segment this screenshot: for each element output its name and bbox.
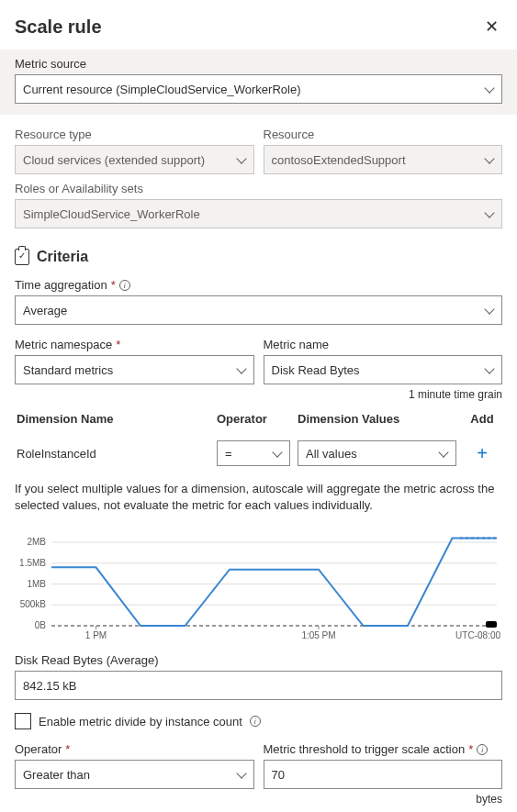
svg-text:1:05 PM: 1:05 PM	[301, 630, 335, 640]
required-indicator: *	[116, 338, 120, 351]
svg-text:1MB: 1MB	[27, 579, 46, 589]
page-title: Scale rule	[15, 17, 102, 38]
dim-head-add: Add	[464, 412, 500, 426]
chevron-down-icon	[485, 84, 494, 94]
dim-op-select[interactable]: =	[217, 440, 290, 466]
metric-name-value: Disk Read Bytes	[272, 363, 360, 377]
svg-text:1.5MB: 1.5MB	[19, 558, 46, 568]
info-icon[interactable]: i	[477, 744, 488, 755]
svg-text:UTC-08:00: UTC-08:00	[455, 630, 500, 640]
chevron-down-icon	[237, 365, 246, 374]
resource-value: contosoExtendedSupport	[272, 153, 406, 167]
chevron-down-icon	[485, 306, 494, 315]
dim-values-value: All values	[306, 447, 357, 461]
metric-name-label: Metric name	[264, 338, 503, 351]
dim-head-op: Operator	[217, 412, 290, 426]
required-indicator: *	[111, 278, 116, 292]
dim-op-value: =	[225, 447, 232, 461]
operator-select[interactable]: Greater than	[15, 760, 254, 789]
metric-ns-select[interactable]: Standard metrics	[15, 355, 254, 384]
svg-rect-10	[486, 621, 497, 628]
svg-text:0B: 0B	[35, 620, 47, 630]
add-dimension-button[interactable]: +	[464, 444, 500, 462]
resource-select: contosoExtendedSupport	[264, 145, 503, 174]
dim-values-select[interactable]: All values	[298, 440, 456, 466]
required-indicator: *	[468, 742, 473, 756]
svg-text:2MB: 2MB	[27, 537, 46, 547]
resource-type-value: Cloud services (extended support)	[23, 153, 205, 167]
dim-head-name: Dimension Name	[17, 412, 209, 426]
chevron-down-icon	[237, 155, 246, 164]
resource-type-select: Cloud services (extended support)	[15, 145, 254, 174]
threshold-label: Metric threshold to trigger scale action…	[264, 742, 503, 756]
dimension-help-text: If you select multiple values for a dime…	[15, 481, 502, 514]
readout-label: Disk Read Bytes (Average)	[15, 653, 502, 667]
chevron-down-icon	[237, 770, 246, 779]
readout-value-box: 842.15 kB	[15, 671, 502, 700]
chevron-down-icon	[485, 155, 494, 164]
chevron-down-icon	[439, 449, 448, 458]
close-icon[interactable]: ✕	[481, 15, 502, 39]
clipboard-check-icon	[15, 249, 29, 265]
operator-value: Greater than	[23, 768, 90, 782]
divide-by-instance-checkbox[interactable]	[15, 713, 31, 729]
metric-name-select[interactable]: Disk Read Bytes	[264, 355, 503, 384]
dim-head-vals: Dimension Values	[298, 412, 456, 426]
metric-source-label: Metric source	[15, 57, 502, 71]
threshold-unit: bytes	[264, 793, 503, 806]
criteria-title: Criteria	[37, 249, 88, 265]
chevron-down-icon	[485, 365, 494, 374]
threshold-input[interactable]: 70	[264, 760, 503, 789]
divide-label: Enable metric divide by instance count	[39, 715, 242, 729]
roles-select: SimpleCloudService_WorkerRole	[15, 199, 502, 228]
time-agg-label: Time aggregation * i	[15, 278, 502, 292]
metric-source-select[interactable]: Current resource (SimpleCloudService_Wor…	[15, 74, 502, 104]
svg-text:1 PM: 1 PM	[85, 630, 107, 640]
dim-row: RoleInstanceId = All values +	[15, 431, 502, 472]
svg-text:500kB: 500kB	[20, 600, 47, 610]
chevron-down-icon	[273, 449, 282, 458]
resource-label: Resource	[264, 128, 503, 141]
readout-value: 842.15 kB	[23, 679, 77, 693]
roles-label: Roles or Availability sets	[15, 182, 502, 195]
threshold-value: 70	[272, 768, 285, 782]
chevron-down-icon	[485, 209, 494, 218]
time-agg-value: Average	[23, 304, 67, 317]
metric-source-value: Current resource (SimpleCloudService_Wor…	[23, 83, 300, 96]
time-grain-text: 1 minute time grain	[15, 388, 502, 401]
info-icon[interactable]: i	[119, 280, 130, 291]
required-indicator: *	[65, 742, 70, 756]
resource-type-label: Resource type	[15, 128, 254, 141]
metric-chart: 0B500kB1MB1.5MB2MB1 PM1:05 PMUTC-08:00	[15, 527, 502, 646]
dim-name-value: RoleInstanceId	[17, 447, 209, 461]
time-agg-select[interactable]: Average	[15, 295, 502, 325]
roles-value: SimpleCloudService_WorkerRole	[23, 207, 200, 221]
metric-ns-value: Standard metrics	[23, 363, 113, 377]
metric-ns-label: Metric namespace *	[15, 338, 254, 351]
operator-label: Operator *	[15, 742, 254, 756]
info-icon[interactable]: i	[250, 716, 261, 727]
